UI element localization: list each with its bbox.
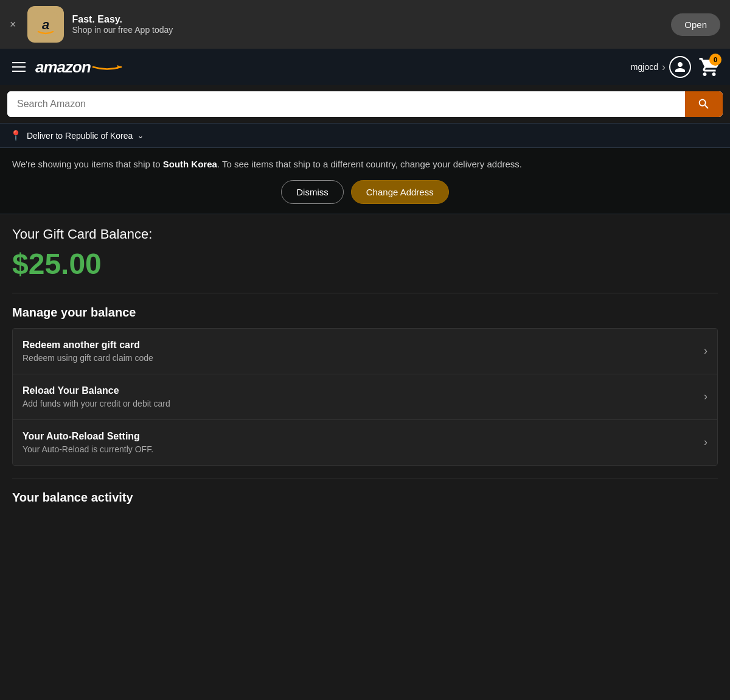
redeem-gift-card-title: Redeem another gift card [23, 340, 704, 351]
nav-user-section[interactable]: mgjocd › [631, 56, 691, 78]
app-banner-title: Fast. Easy. [72, 14, 663, 25]
app-banner: × a Fast. Easy. Shop in our free App tod… [0, 0, 730, 49]
delivery-bar[interactable]: 📍 Deliver to Republic of Korea ⌄ [0, 123, 730, 147]
redeem-gift-card-chevron: › [704, 345, 707, 357]
manage-balance-section: Manage your balance Redeem another gift … [12, 306, 718, 466]
reload-balance-item[interactable]: Reload Your Balance Add funds with your … [13, 374, 717, 420]
auto-reload-text: Your Auto-Reload Setting Your Auto-Reloa… [23, 431, 704, 454]
svg-text:a: a [41, 17, 49, 32]
auto-reload-subtitle: Your Auto-Reload is currently OFF. [23, 444, 704, 454]
delivery-chevron: ⌄ [137, 131, 144, 140]
reload-balance-chevron: › [704, 390, 707, 403]
app-banner-close-button[interactable]: × [10, 18, 16, 31]
hamburger-menu[interactable] [10, 60, 28, 74]
search-container [7, 91, 723, 117]
nav-cart[interactable]: 0 [698, 56, 720, 78]
location-banner-text: We're showing you items that ship to Sou… [12, 158, 718, 172]
nav-user-arrow: › [662, 61, 666, 74]
redeem-gift-card-text: Redeem another gift card Redeem using gi… [23, 340, 704, 363]
amazon-logo-text: amazon [35, 58, 91, 77]
search-button[interactable] [685, 91, 723, 117]
reload-balance-title: Reload Your Balance [23, 385, 704, 396]
auto-reload-chevron: › [704, 436, 707, 449]
search-icon [697, 97, 711, 111]
delivery-text: Deliver to Republic of Korea [27, 131, 133, 141]
reload-balance-text: Reload Your Balance Add funds with your … [23, 385, 704, 408]
location-icon: 📍 [10, 130, 22, 141]
nav-username: mgjocd [631, 62, 658, 72]
manage-balance-list: Redeem another gift card Redeem using gi… [12, 328, 718, 466]
location-banner: We're showing you items that ship to Sou… [0, 147, 730, 214]
main-content: Your Gift Card Balance: $25.00 Manage yo… [0, 214, 730, 517]
auto-reload-title: Your Auto-Reload Setting [23, 431, 704, 442]
redeem-gift-card-item[interactable]: Redeem another gift card Redeem using gi… [13, 329, 717, 374]
balance-activity-title: Your balance activity [12, 491, 718, 505]
nav-user-icon[interactable] [669, 56, 691, 78]
balance-activity-section: Your balance activity [12, 478, 718, 505]
amazon-logo[interactable]: amazon [35, 58, 122, 77]
redeem-gift-card-subtitle: Redeem using gift card claim code [23, 353, 704, 363]
gift-card-balance-section: Your Gift Card Balance: $25.00 [12, 226, 718, 293]
search-input[interactable] [7, 91, 685, 117]
app-banner-icon: a [27, 6, 64, 43]
balance-title: Your Gift Card Balance: [12, 226, 718, 242]
dismiss-button[interactable]: Dismiss [281, 180, 344, 204]
reload-balance-subtitle: Add funds with your credit or debit card [23, 399, 704, 408]
balance-amount: $25.00 [12, 247, 718, 281]
manage-balance-title: Manage your balance [12, 306, 718, 320]
banner-buttons: Dismiss Change Address [12, 180, 718, 204]
change-address-button[interactable]: Change Address [351, 180, 449, 204]
app-open-button[interactable]: Open [671, 13, 720, 36]
auto-reload-item[interactable]: Your Auto-Reload Setting Your Auto-Reloa… [13, 420, 717, 465]
cart-badge: 0 [709, 54, 721, 66]
app-banner-subtitle: Shop in our free App today [72, 25, 663, 35]
navbar: amazon mgjocd › 0 [0, 49, 730, 85]
app-banner-text: Fast. Easy. Shop in our free App today [72, 14, 663, 35]
search-bar [0, 85, 730, 123]
